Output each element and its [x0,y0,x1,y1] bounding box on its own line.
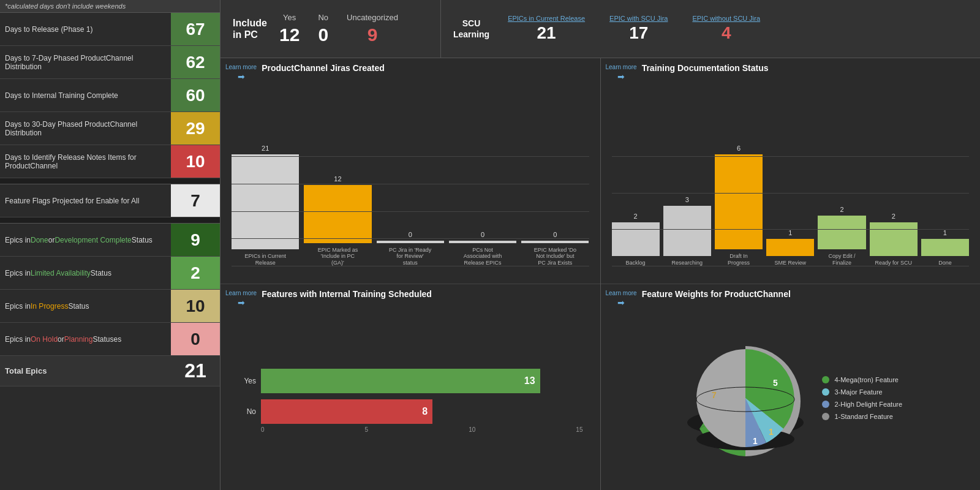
bar-bottom-researching: Researching [672,260,703,266]
pie-chart-main: 5 1 1 7 [678,340,813,462]
metric-label-epics-inprogress: Epics in In Progress Status [0,290,171,322]
separator-2 [0,217,220,224]
metric-row-epics-inprogress: Epics in In Progress Status 10 [0,290,220,323]
charts-right: Learn more ➡ Training Documentation Stat… [601,58,981,490]
bar-sme: 1 SME Review [766,229,814,266]
bar-bottom-epic-do-not: EPIC Marked 'Do Not Include' but PC Jira… [533,247,576,266]
include-label: Includein PC [233,17,267,40]
scu-col-header-with[interactable]: EPIC with SCU Jira [609,15,668,22]
axis-15: 15 [576,426,582,433]
metric-value-internal-training: 60 [171,79,220,111]
metric-row-epics-done: Epics in Done or Development Complete St… [0,224,220,257]
pc-jiras-chart: Learn more ➡ ProductChannel Jiras Create… [221,58,600,284]
scu-cols: EPICs in Current Release 21 EPIC with SC… [508,15,760,43]
feature-weights-header: Learn more ➡ Feature Weights for Product… [606,289,976,308]
internal-training-chart: Learn more ➡ Features with Internal Trai… [221,284,600,490]
metric-row-epics-onhold: Epics in On Hold or Planning Statuses 0 [0,323,220,356]
scu-section: SCULearning EPICs in Current Release 21 … [441,0,772,58]
metric-row-release-notes: Days to Identify Release Notes Items for… [0,145,220,178]
hbar-yes-bar: 13 [261,369,540,393]
bar-copyedit: 2 Copy Edit /Finalize [818,206,865,266]
metric-row-7day: Days to 7-Day Phased ProductChannel Dist… [0,46,220,79]
training-doc-title: Training Documentation Status [642,63,769,73]
hbar-no-bar: 8 [261,399,432,424]
pie-label-1a: 1 [769,427,774,437]
metric-label-internal-training: Days to Internal Training Complete [0,79,171,111]
metric-row-days-release: Days to Release (Phase 1) 67 [0,13,220,46]
training-doc-learn-more[interactable]: Learn more ➡ [606,63,637,82]
panel-header: *calculated days don't include weekends [0,0,220,13]
internal-training-learn-more[interactable]: Learn more ➡ [225,289,257,308]
legend-dot-standard [822,413,829,420]
bar-bottom-copyedit: Copy Edit /Finalize [828,253,855,266]
pc-jiras-learn-more[interactable]: Learn more ➡ [225,63,257,82]
include-col-uncat: Uncategorized 9 [347,13,398,45]
bar-label-copyedit-val: 2 [840,206,843,213]
bar-done: 1 Done [921,229,969,266]
bar-label-done-val: 1 [943,229,947,236]
bar-epic-do-not: 0 EPIC Marked 'Do Not Include' but PC Ji… [521,231,589,266]
scu-col-without: EPIC without SCU Jira 4 [692,15,760,43]
hbar-axis: 0 5 10 15 [261,426,583,433]
axis-5: 5 [365,426,369,433]
bar-bottom-epic-marked: EPIC Marked as 'Include in PC (GA)' [316,247,359,266]
metric-value-feature-flags: 7 [171,184,220,217]
metric-label-epics-onhold: Epics in On Hold or Planning Statuses [0,323,171,355]
legend-standard: 1-Standard Feature [822,413,902,420]
hbar-no-value: 8 [422,406,428,417]
axis-0: 0 [261,426,265,433]
hbar-no-label: No [238,407,256,416]
bar-bottom-pcs-not-assoc: PCs Not Associated with Release EPICs [461,247,504,266]
bar-bottom-done: Done [938,260,952,266]
feature-weights-chart: Learn more ➡ Feature Weights for Product… [601,284,981,490]
training-doc-header: Learn more ➡ Training Documentation Stat… [606,63,976,82]
scu-col-value-current: 21 [537,23,556,43]
scu-col-header-current[interactable]: EPICs in Current Release [508,15,585,22]
metric-label-epics-done: Epics in Done or Development Complete St… [0,224,171,256]
legend-dot-delight [822,401,829,408]
bar-label-0c: 0 [553,231,557,238]
pie-seg-standard [696,349,745,447]
total-value: 21 [171,360,220,382]
metric-value-epics-onhold: 0 [171,323,220,355]
pie-chart-wrapper: 5 1 1 7 [678,340,813,456]
charts-area: Learn more ➡ ProductChannel Jiras Create… [221,58,980,490]
scu-col-header-without[interactable]: EPIC without SCU Jira [692,15,760,22]
bar-bottom-epics-current: EPICs in Current Release [244,253,287,266]
uncat-header: Uncategorized [347,13,398,22]
pie-legend: 4-Mega(tron) Feature 3-Major Feature 2-H… [822,376,902,420]
metric-value-days-release: 67 [171,13,220,45]
scu-label: SCULearning [453,18,489,40]
metric-label-30day: Days to 30-Day Phased ProductChannel Dis… [0,112,171,145]
metric-label-days-release: Days to Release (Phase 1) [0,13,171,45]
training-doc-chart: Learn more ➡ Training Documentation Stat… [601,58,981,284]
metric-value-epics-la: 2 [171,257,220,289]
pie-label-1b: 1 [753,436,758,446]
include-col-yes: Yes 12 [279,13,300,45]
yes-value: 12 [279,24,300,45]
bar-label-researching-val: 3 [685,196,689,203]
metric-row-epics-la: Epics in Limited Availability Status 2 [0,257,220,290]
pie-label-7: 7 [712,390,717,400]
left-metrics-panel: *calculated days don't include weekends … [0,0,221,490]
bar-bottom-backlog: Backlog [626,260,646,266]
axis-10: 10 [469,426,475,433]
include-cols: Yes 12 No 0 Uncategorized 9 [279,13,398,45]
legend-dot-major [822,388,829,396]
bar-draft: 6 Draft InProgress [715,145,763,266]
metric-row-feature-flags: Feature Flags Projected for Enable for A… [0,184,220,217]
scu-col-current: EPICs in Current Release 21 [508,15,585,43]
legend-dot-megatron [822,376,829,383]
bar-label-sme-val: 1 [788,229,792,236]
pie-label-5: 5 [773,378,778,388]
feature-weights-learn-more[interactable]: Learn more ➡ [606,289,637,308]
right-charts-panel: Includein PC Yes 12 No 0 Uncategorized 9 [221,0,980,490]
metric-value-epics-done: 9 [171,224,220,256]
bar-label-21: 21 [262,145,269,152]
bar-label-draft-val: 6 [737,145,741,152]
bar-backlog: 2 Backlog [612,213,660,266]
legend-label-standard: 1-Standard Feature [834,413,892,420]
bar-bottom-pc-jira-review: PC Jira in 'Ready for Review' status [389,247,432,266]
include-section: Includein PC Yes 12 No 0 Uncategorized 9 [221,0,441,58]
hbar-yes-value: 13 [524,375,535,386]
